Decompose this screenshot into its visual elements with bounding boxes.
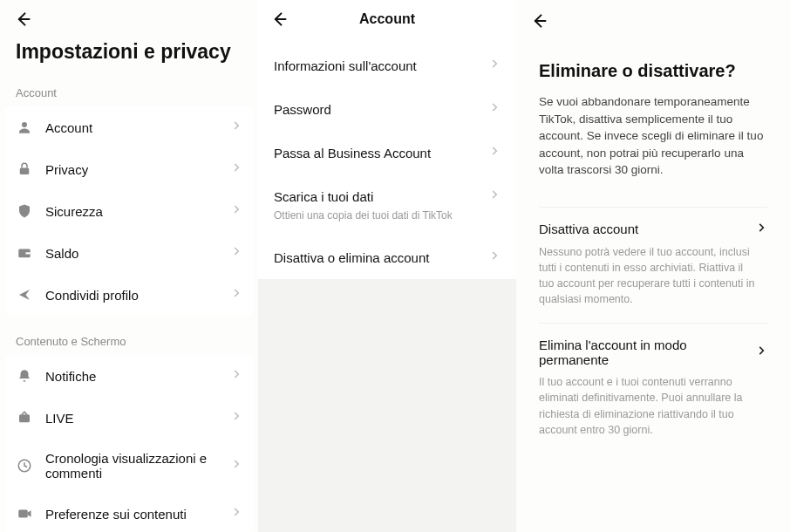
settings-item-share-profile[interactable]: Condividi profilo bbox=[5, 274, 253, 316]
account-list: Informazioni sull'account Password Passa… bbox=[258, 38, 516, 279]
account-item-info[interactable]: Informazioni sull'account bbox=[258, 44, 516, 87]
settings-item-label: Sicurezza bbox=[45, 204, 230, 219]
list-item-subtitle: Ottieni una copia dei tuoi dati di TikTo… bbox=[274, 209, 501, 222]
option-label: Disattiva account bbox=[539, 222, 638, 236]
chevron-right-icon bbox=[488, 188, 501, 204]
svg-rect-7 bbox=[18, 510, 28, 518]
svg-rect-2 bbox=[20, 168, 30, 175]
section-label-account: Account bbox=[0, 79, 258, 106]
live-icon bbox=[16, 409, 33, 426]
chevron-right-icon bbox=[230, 161, 242, 177]
option-delete-permanent[interactable]: Elimina l'account in modo permanente Il … bbox=[539, 323, 767, 454]
pane-body: Eliminare o disattivare? Se vuoi abbando… bbox=[516, 0, 790, 454]
svg-marker-8 bbox=[28, 510, 31, 517]
settings-item-balance[interactable]: Saldo bbox=[5, 232, 253, 274]
settings-item-history[interactable]: Cronologia visualizzazioni e commenti bbox=[5, 439, 253, 493]
page-title: Eliminare o disattivare? bbox=[539, 61, 767, 81]
chevron-right-icon bbox=[488, 101, 501, 117]
share-icon bbox=[16, 286, 33, 304]
wallet-icon bbox=[16, 244, 33, 262]
chevron-right-icon bbox=[230, 368, 242, 384]
list-item-label: Passa al Business Account bbox=[274, 146, 431, 160]
back-arrow-icon bbox=[530, 17, 548, 32]
svg-point-1 bbox=[22, 122, 27, 127]
svg-rect-4 bbox=[26, 252, 31, 254]
page-description: Se vuoi abbandonare temporaneamente TikT… bbox=[539, 93, 767, 179]
video-icon bbox=[16, 505, 33, 522]
settings-item-live[interactable]: LIVE bbox=[5, 397, 253, 439]
settings-item-label: Privacy bbox=[45, 162, 230, 177]
settings-item-content-prefs[interactable]: Preferenze sui contenuti bbox=[5, 493, 253, 532]
chevron-right-icon bbox=[230, 458, 242, 474]
list-item-label: Password bbox=[274, 102, 331, 117]
shield-icon bbox=[16, 202, 33, 220]
lock-icon bbox=[16, 160, 33, 178]
account-item-password[interactable]: Password bbox=[258, 87, 516, 131]
chevron-right-icon bbox=[488, 58, 501, 73]
settings-section-content: Notifiche LIVE Cronologia visualizzazion… bbox=[5, 355, 253, 532]
back-arrow-icon bbox=[270, 16, 288, 31]
list-item-label: Disattiva o elimina account bbox=[274, 250, 429, 265]
page-title: Impostazioni e privacy bbox=[0, 0, 258, 79]
page-title: Account bbox=[359, 11, 415, 27]
back-button[interactable] bbox=[270, 10, 288, 31]
list-item-label: Scarica i tuoi dati bbox=[274, 189, 373, 204]
person-icon bbox=[16, 119, 33, 136]
settings-item-label: LIVE bbox=[45, 411, 230, 426]
delete-deactivate-pane: Eliminare o disattivare? Se vuoi abbando… bbox=[516, 0, 790, 532]
settings-item-label: Condividi profilo bbox=[45, 288, 230, 303]
settings-item-notifications[interactable]: Notifiche bbox=[5, 355, 253, 397]
option-subtitle: Il tuo account e i tuoi contenuti verran… bbox=[539, 374, 767, 438]
settings-privacy-pane: Impostazioni e privacy Account Account P… bbox=[0, 0, 258, 532]
settings-section-account: Account Privacy Sicurezza Saldo Condivid… bbox=[5, 106, 253, 316]
option-subtitle: Nessuno potrà vedere il tuo account, inc… bbox=[539, 244, 767, 308]
chevron-right-icon bbox=[755, 222, 767, 237]
pane-header: Account bbox=[258, 0, 516, 38]
back-button[interactable] bbox=[530, 12, 548, 33]
account-item-deactivate-delete[interactable]: Disattiva o elimina account bbox=[258, 235, 516, 279]
svg-rect-5 bbox=[19, 414, 30, 422]
chevron-right-icon bbox=[755, 344, 767, 360]
history-icon bbox=[16, 457, 33, 474]
chevron-right-icon bbox=[230, 287, 242, 303]
settings-item-label: Cronologia visualizzazioni e commenti bbox=[45, 451, 230, 481]
chevron-right-icon bbox=[488, 145, 501, 160]
settings-item-account[interactable]: Account bbox=[5, 106, 253, 148]
option-deactivate[interactable]: Disattiva account Nessuno potrà vedere i… bbox=[539, 207, 767, 324]
account-item-download-data[interactable]: Scarica i tuoi dati Ottieni una copia de… bbox=[258, 174, 516, 235]
settings-item-privacy[interactable]: Privacy bbox=[5, 148, 253, 190]
section-label-content: Contenuto e Schermo bbox=[0, 328, 258, 355]
chevron-right-icon bbox=[230, 119, 242, 135]
chevron-right-icon bbox=[488, 249, 501, 265]
settings-item-label: Notifiche bbox=[45, 369, 230, 384]
settings-item-label: Saldo bbox=[45, 246, 230, 261]
back-arrow-icon bbox=[14, 16, 31, 31]
account-pane: Account Informazioni sull'account Passwo… bbox=[258, 0, 516, 532]
back-button[interactable] bbox=[14, 10, 31, 31]
bell-icon bbox=[16, 367, 33, 385]
settings-item-label: Preferenze sui contenuti bbox=[45, 507, 230, 522]
account-item-business[interactable]: Passa al Business Account bbox=[258, 131, 516, 174]
list-item-label: Informazioni sull'account bbox=[274, 58, 417, 73]
empty-fill bbox=[258, 279, 516, 532]
option-label: Elimina l'account in modo permanente bbox=[539, 338, 755, 367]
chevron-right-icon bbox=[230, 203, 242, 219]
settings-item-label: Account bbox=[45, 120, 230, 135]
settings-item-security[interactable]: Sicurezza bbox=[5, 190, 253, 232]
chevron-right-icon bbox=[230, 410, 242, 426]
chevron-right-icon bbox=[230, 506, 242, 522]
chevron-right-icon bbox=[230, 245, 242, 261]
